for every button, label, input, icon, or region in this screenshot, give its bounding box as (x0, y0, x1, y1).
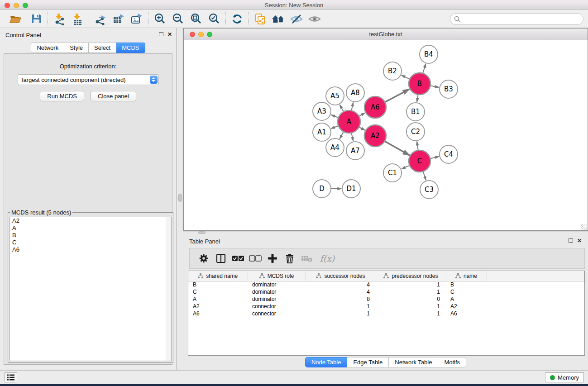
column-header-predecessor-nodes[interactable]: predecessor nodes (376, 271, 446, 281)
desktop-horizontal-scrollbar[interactable] (198, 231, 206, 234)
graph-edge-A-A8[interactable] (352, 102, 354, 110)
graph-edge-A-A6[interactable] (359, 113, 365, 116)
table-cell[interactable]: 1 (376, 303, 446, 310)
graph-node-A7[interactable]: A7 (346, 142, 364, 160)
float-table-panel-icon[interactable] (568, 238, 574, 244)
add-column-icon[interactable] (264, 251, 281, 266)
gear-icon[interactable] (195, 251, 212, 266)
table-cell[interactable]: connector (248, 303, 306, 310)
open-file-icon[interactable] (6, 11, 24, 27)
graph-edge-C-C2[interactable] (417, 142, 418, 150)
graph-edge-C-C3[interactable] (423, 172, 426, 180)
result-list-item[interactable]: B (10, 232, 171, 239)
result-list-item[interactable]: A2 (10, 217, 171, 224)
graph-node-A3[interactable]: A3 (313, 102, 331, 120)
show-all-icon[interactable] (306, 11, 324, 27)
table-cell[interactable]: C (446, 288, 487, 295)
zoom-out-icon[interactable] (169, 11, 187, 27)
table-cell[interactable]: 1 (306, 310, 376, 317)
table-row[interactable]: Adominator80A (188, 295, 584, 303)
select-all-icon[interactable] (229, 251, 247, 266)
tab-node-table[interactable]: Node Table (305, 357, 348, 367)
close-table-panel-icon[interactable]: ✕ (576, 238, 583, 244)
export-image-icon[interactable] (128, 11, 146, 27)
zoom-selected-icon[interactable] (205, 11, 223, 27)
export-network-icon[interactable] (91, 11, 110, 27)
table-cell[interactable]: A6 (188, 310, 248, 317)
column-header-MCDS-role[interactable]: MCDS role (248, 271, 306, 281)
window-resize-grip[interactable] (581, 224, 587, 230)
graph-node-B[interactable]: B (409, 73, 430, 95)
table-cell[interactable]: A (446, 295, 487, 303)
result-list-item[interactable]: A (10, 224, 171, 232)
graph-edge-A-A5[interactable] (340, 105, 344, 111)
close-panel-button[interactable]: Close panel (91, 91, 136, 101)
home-icon[interactable] (269, 11, 287, 27)
search-field[interactable] (450, 13, 583, 25)
run-mcds-button[interactable]: Run MCDS (40, 91, 84, 101)
graph-node-A[interactable]: A (338, 110, 360, 133)
table-cell[interactable]: dominator (248, 288, 306, 295)
graph-node-B2[interactable]: B2 (383, 62, 402, 80)
table-cell[interactable]: B (446, 281, 487, 288)
save-session-icon[interactable] (27, 11, 45, 27)
table-cell[interactable]: A6 (446, 310, 487, 317)
task-history-button[interactable] (5, 372, 17, 382)
table-cell[interactable]: C (188, 288, 248, 295)
column-header-name[interactable]: name (446, 271, 487, 281)
export-table-icon[interactable] (110, 11, 128, 27)
column-header-shared-name[interactable]: shared name (188, 271, 248, 281)
result-list-item[interactable]: A6 (10, 246, 171, 253)
table-cell[interactable]: 8 (306, 295, 376, 303)
table-row[interactable]: Bdominator41B (188, 281, 584, 288)
memory-button[interactable]: Memory (545, 372, 584, 382)
tab-style[interactable]: Style (64, 43, 89, 53)
graph-node-C3[interactable]: C3 (420, 181, 438, 199)
table-row[interactable]: A2connector11A2 (188, 303, 584, 310)
first-neighbors-icon[interactable] (251, 11, 269, 27)
graph-node-A2[interactable]: A2 (364, 125, 386, 147)
table-cell[interactable]: 1 (376, 288, 446, 295)
tab-mcds[interactable]: MCDS (116, 43, 145, 53)
table-cell[interactable]: dominator (248, 295, 306, 303)
column-view-icon[interactable] (212, 251, 229, 266)
graph-edge-A-A7[interactable] (352, 133, 354, 141)
delete-table-icon[interactable] (298, 251, 316, 266)
graph-edge-A6-B[interactable] (385, 89, 409, 102)
table-cell[interactable]: connector (248, 310, 306, 317)
zoom-fit-icon[interactable] (187, 11, 205, 27)
result-list-scrollbar[interactable] (166, 217, 171, 361)
table-row[interactable]: A6connector11A6 (188, 310, 584, 317)
table-cell[interactable]: 1 (376, 281, 446, 288)
graph-edge-A-A1[interactable] (331, 126, 338, 129)
graph-node-D[interactable]: D (313, 180, 331, 198)
graph-node-C2[interactable]: C2 (406, 123, 425, 141)
table-cell[interactable]: dominator (248, 281, 306, 288)
function-builder-icon[interactable]: f(x) (316, 251, 339, 266)
table-cell[interactable]: A2 (446, 303, 487, 310)
import-table-icon[interactable] (68, 11, 86, 27)
mcds-result-list[interactable]: A2ABCA6 (10, 217, 172, 361)
table-cell[interactable]: 4 (306, 288, 376, 295)
desktop-vertical-scrollbar[interactable] (178, 194, 182, 202)
graph-node-C1[interactable]: C1 (383, 164, 402, 182)
float-panel-icon[interactable] (158, 32, 164, 38)
refresh-layout-icon[interactable] (228, 11, 246, 27)
graph-node-A4[interactable]: A4 (326, 138, 344, 157)
graph-node-A8[interactable]: A8 (346, 84, 364, 102)
graph-node-D1[interactable]: D1 (342, 180, 360, 198)
hide-selected-icon[interactable] (287, 11, 306, 27)
tab-edge-table[interactable]: Edge Table (347, 357, 389, 367)
graph-edge-B-B1[interactable] (417, 95, 418, 102)
network-window-titlebar[interactable]: testGlobe.txt (184, 29, 588, 40)
table-cell[interactable]: 0 (376, 295, 446, 303)
tab-network[interactable]: Network (31, 43, 64, 53)
graph-node-B1[interactable]: B1 (406, 103, 425, 121)
graph-edge-A-A4[interactable] (340, 132, 344, 139)
graph-edge-A-A2[interactable] (359, 127, 365, 130)
result-list-item[interactable]: C (10, 239, 171, 246)
optimization-criterion-dropdown[interactable]: largest connected component (directed) (18, 74, 159, 85)
graph-node-B3[interactable]: B3 (440, 80, 458, 98)
graph-edge-C-C1[interactable] (402, 166, 409, 169)
graph-edge-C-C4[interactable] (430, 157, 439, 158)
